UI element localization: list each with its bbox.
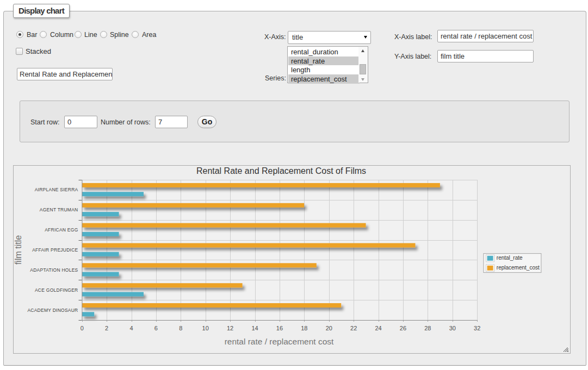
svg-text:0: 0 [81,325,84,331]
svg-text:24: 24 [375,325,381,331]
svg-text:18: 18 [301,325,307,331]
svg-text:14: 14 [251,325,258,331]
svg-text:rental_rate: rental_rate [497,255,523,261]
svg-text:film title: film title [14,235,23,265]
svg-text:AFFAIR PREJUDICE: AFFAIR PREJUDICE [32,247,78,253]
svg-text:12: 12 [227,325,233,331]
svg-text:ADAPTATION HOLES: ADAPTATION HOLES [30,267,78,273]
svg-text:AIRPLANE SIERRA: AIRPLANE SIERRA [35,187,78,192]
svg-text:28: 28 [424,325,431,331]
svg-text:2: 2 [105,325,108,331]
svg-text:AGENT TRUMAN: AGENT TRUMAN [40,207,78,212]
svg-text:Rental Rate and Replacement Co: Rental Rate and Replacement Cost of Film… [196,166,366,175]
svg-text:8: 8 [179,325,182,331]
svg-text:ACE GOLDFINGER: ACE GOLDFINGER [35,287,78,293]
svg-text:AFRICAN EGG: AFRICAN EGG [45,227,78,233]
svg-text:32: 32 [474,325,480,331]
svg-text:30: 30 [449,325,456,331]
svg-text:26: 26 [400,325,406,331]
svg-text:10: 10 [202,325,209,331]
svg-text:ACADEMY DINOSAUR: ACADEMY DINOSAUR [27,308,78,313]
svg-text:22: 22 [350,325,357,331]
svg-text:20: 20 [326,325,332,331]
svg-text:6: 6 [154,325,158,331]
svg-text:4: 4 [129,325,133,331]
svg-text:replacement_cost: replacement_cost [497,265,540,271]
svg-text:16: 16 [276,325,283,331]
svg-text:rental rate / replacement cost: rental rate / replacement cost [225,337,334,346]
